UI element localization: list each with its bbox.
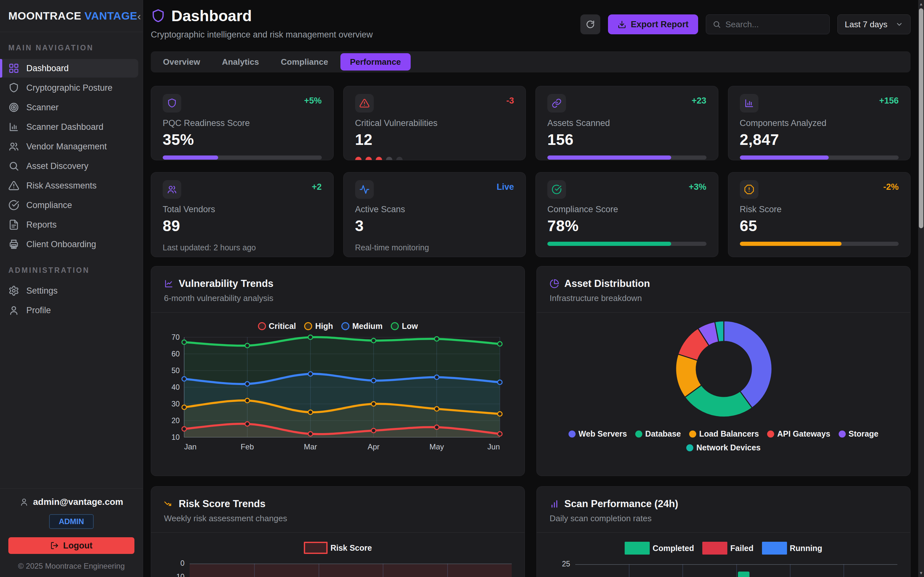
main-nav: Dashboard Cryptographic Posture Scanner … (0, 58, 143, 255)
legend-item[interactable]: Risk Score (304, 542, 372, 554)
progress-bar (740, 155, 899, 160)
kpi-label: Total Vendors (163, 205, 322, 214)
pie-chart-icon (549, 279, 559, 288)
kpi-delta: +5% (304, 96, 322, 106)
legend-item[interactable]: Completed (625, 542, 694, 554)
panel-subtitle: 6-month vulnerability analysis (164, 293, 512, 303)
legend-item[interactable]: High (304, 322, 333, 331)
tab-analytics[interactable]: Analytics (212, 53, 269, 71)
scrollbar-thumb[interactable] (919, 8, 923, 228)
sidebar-item-label: Settings (26, 286, 58, 296)
legend-swatch (689, 430, 696, 438)
sidebar-item-label: Risk Assessments (26, 181, 97, 191)
tab-compliance[interactable]: Compliance (271, 53, 338, 71)
kpi-delta: Live (497, 182, 514, 192)
kpi-value: 78% (548, 217, 706, 235)
sidebar-item-label: Vendor Management (26, 142, 107, 152)
sidebar-item-vendor-management[interactable]: Vendor Management (0, 137, 138, 156)
kpi-delta: +156 (879, 96, 899, 106)
panel-subtitle: Weekly risk assessment changes (164, 514, 512, 524)
logout-label: Logout (63, 541, 92, 551)
refresh-button[interactable] (580, 15, 600, 34)
svg-text:Jan: Jan (184, 442, 197, 451)
sidebar-item-cryptographic-posture[interactable]: Cryptographic Posture (0, 79, 138, 97)
alert-triangle-icon (8, 180, 19, 191)
y-tick: 0 (166, 559, 184, 568)
completed-bar (738, 572, 750, 577)
kpi-subtext: Real-time monitoring (355, 243, 514, 252)
legend-item[interactable]: Failed (702, 542, 753, 554)
legend-swatch (702, 542, 727, 554)
admin-nav: Settings Profile (0, 280, 143, 321)
users-icon (8, 141, 19, 152)
legend-item[interactable]: Critical (258, 322, 296, 331)
export-report-button[interactable]: Export Report (608, 15, 698, 34)
link-icon (548, 94, 566, 113)
legend-item[interactable]: Web Servers (569, 429, 627, 438)
legend-item[interactable]: Load Balancers (689, 429, 759, 438)
panel-vulnerability-trends: Vulnerability Trends 6-month vulnerabili… (151, 266, 525, 476)
tab-overview[interactable]: Overview (153, 53, 210, 71)
bar-chart-icon (8, 121, 19, 132)
search-input[interactable] (725, 19, 823, 29)
sidebar-item-compliance[interactable]: Compliance (0, 196, 138, 214)
sidebar-item-risk-assessments[interactable]: Risk Assessments (0, 176, 138, 195)
legend-item[interactable]: Database (635, 429, 681, 438)
progress-bar (163, 155, 322, 160)
progress-bar (740, 242, 899, 246)
date-range-select[interactable]: Last 7 days (837, 15, 911, 34)
sidebar-item-profile[interactable]: Profile (0, 301, 138, 319)
alert-octagon-icon (740, 180, 758, 199)
shield-icon (8, 82, 19, 93)
legend-label: Completed (653, 544, 694, 553)
severity-dot-empty (386, 157, 393, 160)
sidebar-item-scanner-dashboard[interactable]: Scanner Dashboard (0, 118, 138, 136)
scroll-up-arrow[interactable]: ▲ (918, 2, 924, 6)
file-text-icon (8, 219, 19, 230)
tab-strip: Overview Analytics Compliance Performanc… (151, 51, 911, 73)
svg-text:30: 30 (171, 400, 180, 408)
tab-performance[interactable]: Performance (341, 53, 411, 71)
kpi-delta: +23 (692, 96, 706, 106)
legend-item[interactable]: Network Devices (686, 443, 760, 452)
kpi-label: Active Scans (355, 205, 514, 214)
sidebar-item-client-onboarding[interactable]: Client Onboarding (0, 235, 138, 253)
legend-swatch (625, 542, 650, 554)
legend-label: Storage (849, 429, 879, 438)
logout-button[interactable]: Logout (8, 537, 134, 554)
target-icon (8, 102, 19, 113)
logo: MOONTRACE VANTAGE ‹ (0, 0, 143, 32)
kpi-card-risk-score: -2% Risk Score 65 (728, 172, 911, 257)
sidebar-collapse-button[interactable]: ‹ (137, 11, 141, 21)
kpi-subtext: Last updated: 2 hours ago (163, 243, 322, 252)
kpi-row-1: +5% PQC Readiness Score 35% -3 Critical … (151, 86, 911, 160)
legend-item[interactable]: Storage (838, 429, 879, 438)
vertical-scrollbar[interactable]: ▲ ▼ (918, 0, 924, 577)
legend-swatch (304, 322, 312, 330)
legend-item[interactable]: Medium (341, 322, 383, 331)
legend-item[interactable]: Low (391, 322, 418, 331)
sidebar-item-asset-discovery[interactable]: Asset Discovery (0, 157, 138, 175)
svg-text:Apr: Apr (368, 442, 380, 451)
legend-label: API Gateways (777, 429, 830, 438)
panel-title: Scan Performance (24h) (564, 498, 678, 510)
scroll-down-arrow[interactable]: ▼ (918, 571, 924, 575)
kpi-value: 89 (163, 217, 322, 235)
legend-item[interactable]: API Gateways (767, 429, 830, 438)
sidebar-item-scanner[interactable]: Scanner (0, 98, 138, 117)
bar-chart-icon (549, 499, 559, 509)
sidebar-item-label: Reports (26, 220, 57, 230)
legend-label: Network Devices (696, 443, 760, 452)
legend-item[interactable]: Running (762, 542, 822, 554)
sidebar-item-dashboard[interactable]: Dashboard (0, 59, 138, 77)
sidebar-item-reports[interactable]: Reports (0, 215, 138, 234)
sidebar-item-label: Client Onboarding (26, 239, 96, 250)
legend-label: Running (790, 544, 822, 553)
legend-swatch (838, 430, 846, 438)
severity-dot-filled (365, 157, 372, 160)
risk-legend: Risk Score (164, 542, 512, 554)
bar-chart-icon (740, 94, 758, 113)
sidebar-item-settings[interactable]: Settings (0, 282, 138, 300)
sidebar-item-label: Asset Discovery (26, 161, 89, 171)
sidebar-item-label: Scanner Dashboard (26, 122, 103, 132)
